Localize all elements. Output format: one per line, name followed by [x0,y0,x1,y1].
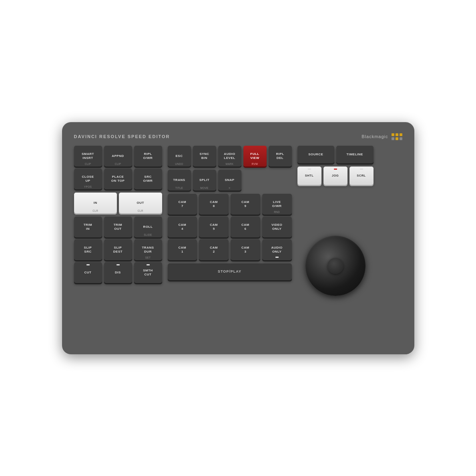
src-owr-key[interactable]: SRCO/WR [134,169,162,189]
ripl-owr-key[interactable]: RIPLO/WR [134,146,162,167]
scrl-key[interactable]: SCRL [349,167,374,185]
left-top-keys: SMARTINSRT CLIP APPND CLIP RIPLO/WR CLOS… [74,146,162,189]
snap-key[interactable]: SNAP ≡ [218,170,241,191]
jog-wheel-area [297,188,374,339]
brand-dots [392,133,402,140]
dis-key[interactable]: DIS [104,262,132,283]
dot-6 [400,137,402,140]
brand-bar: DAVINCI RESOLVE SPEED EDITOR Blackmagic [74,133,402,140]
split-key[interactable]: SPLIT MOVE [193,170,216,191]
middle-top-row1: ESC UNDO SYNCBIN AUDIOLEVEL MARK FULLVIE… [168,146,292,167]
cam-row-3: CAM1 CAM2 CAM3 AUDIOONLY [168,239,292,260]
dot-3 [400,133,402,136]
cam-grid: CAM7 CAM8 CAM9 LIVEO/WR RND [168,194,292,260]
brand-name: Blackmagic [362,134,388,139]
keyboard-body: DAVINCI RESOLVE SPEED EDITOR Blackmagic [62,122,414,354]
right-section: SOURCE TIMELINE SHTL JOG [297,146,374,339]
full-view-key[interactable]: FULLVIEW RVW [243,146,267,167]
sync-bin-key[interactable]: SYNCBIN [193,146,216,167]
audio-only-indicator [275,257,279,258]
scrl-indicator [360,169,363,170]
cam7-key[interactable]: CAM7 [168,194,197,215]
smth-cut-key[interactable]: SMTHCUT [134,262,162,283]
dot-1 [392,133,394,136]
ripl-del-key[interactable]: RIPLDEL [269,146,292,167]
trans-key[interactable]: TRANS TITLE [168,170,191,191]
source-timeline-row: SOURCE TIMELINE [297,146,374,163]
shtl-jog-row: SHTL JOG SCRL [297,167,374,185]
trim-in-key[interactable]: TRIMIN [74,217,102,237]
shtl-key[interactable]: SHTL [297,167,321,185]
cut-key-indicator [86,264,90,265]
roll-key[interactable]: ROLL SLIDE [134,217,162,237]
cam8-key[interactable]: CAM8 [199,194,229,215]
place-on-top-key[interactable]: PLACEON TOP [104,169,132,189]
smth-cut-key-indicator [147,264,150,265]
cam-row-1: CAM7 CAM8 CAM9 LIVEO/WR RND [168,194,292,215]
dot-5 [396,137,398,140]
stop-play-key[interactable]: STOP/PLAY [168,263,292,280]
middle-section: ESC UNDO SYNCBIN AUDIOLEVEL MARK FULLVIE… [168,146,292,339]
slip-src-key[interactable]: SLIPSRC [74,239,102,260]
brand-title: DAVINCI RESOLVE SPEED EDITOR [74,134,170,139]
brand-right: Blackmagic [362,133,402,140]
dot-4 [392,137,394,140]
jog-key[interactable]: JOG [323,167,347,185]
out-key[interactable]: OUT CLR [119,193,162,213]
close-up-key[interactable]: CLOSEUP YPOS [74,169,102,189]
jog-wheel-inner [327,258,343,274]
trans-dur-key[interactable]: TRANSDUR SET [134,239,162,260]
dis-key-indicator [116,264,120,265]
jog-wheel[interactable] [305,236,366,296]
in-key[interactable]: IN CLR [74,193,117,213]
cam9-key[interactable]: CAM9 [231,194,260,215]
cam6-key[interactable]: CAM6 [231,217,260,237]
middle-top-row2: TRANS TITLE SPLIT MOVE SNAP ≡ [168,170,292,191]
esc-key[interactable]: ESC UNDO [168,146,191,167]
main-layout: SMARTINSRT CLIP APPND CLIP RIPLO/WR CLOS… [74,146,402,339]
shtl-indicator [308,169,311,170]
slip-dest-key[interactable]: SLIPDEST [104,239,132,260]
left-section: SMARTINSRT CLIP APPND CLIP RIPLO/WR CLOS… [74,146,162,339]
cut-key[interactable]: CUT [74,262,102,283]
dot-2 [396,133,398,136]
in-out-row: IN CLR OUT CLR [74,193,162,213]
video-only-key[interactable]: VIDEOONLY [262,217,292,237]
cam5-key[interactable]: CAM5 [199,217,229,237]
live-owr-key[interactable]: LIVEO/WR RND [262,194,292,215]
timeline-key[interactable]: TIMELINE [336,146,374,163]
cam2-key[interactable]: CAM2 [199,239,229,260]
appnd-key[interactable]: APPND CLIP [104,146,132,167]
source-key[interactable]: SOURCE [297,146,335,163]
smart-insrt-key[interactable]: SMARTINSRT CLIP [74,146,102,167]
cam-row-2: CAM4 CAM5 CAM6 VIDEOONLY [168,217,292,237]
audio-only-key[interactable]: AUDIOONLY [262,239,292,260]
cam3-key[interactable]: CAM3 [231,239,260,260]
trim-out-key[interactable]: TRIMOUT [104,217,132,237]
device-wrapper: DAVINCI RESOLVE SPEED EDITOR Blackmagic [0,0,476,476]
cam1-key[interactable]: CAM1 [168,239,197,260]
jog-indicator [334,169,337,170]
audio-level-key[interactable]: AUDIOLEVEL MARK [218,146,241,167]
left-bottom-grid: TRIMIN TRIMOUT ROLL SLIDE SLIPSRC SLIPDE… [74,217,162,283]
cam4-key[interactable]: CAM4 [168,217,197,237]
